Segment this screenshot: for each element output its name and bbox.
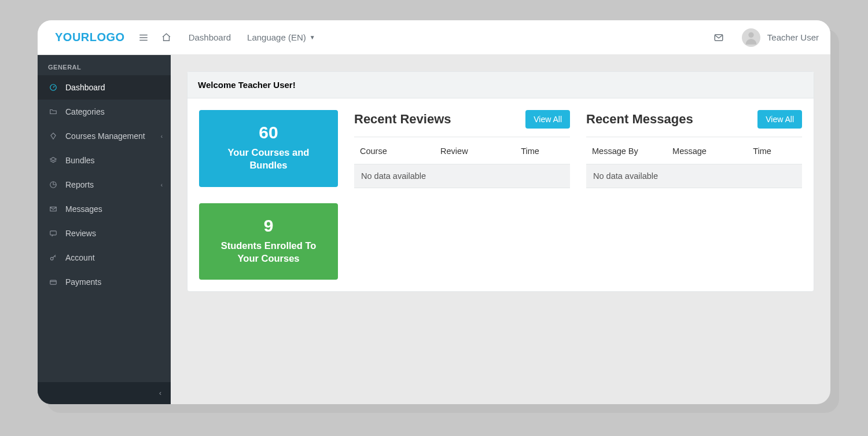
sidebar-item-label: Messages: [65, 204, 102, 214]
sidebar-item-label: Courses Management: [65, 131, 145, 141]
wallet-icon: [48, 278, 58, 286]
sidebar-heading: GENERAL: [38, 55, 171, 75]
view-all-messages-button[interactable]: View All: [757, 110, 802, 129]
sidebar-collapse[interactable]: ‹: [38, 382, 171, 404]
sidebar-item-label: Bundles: [65, 156, 95, 165]
svg-point-4: [748, 32, 753, 37]
diamond-icon: [48, 132, 58, 140]
recent-reviews-section: Recent Reviews View All Course Review Ti…: [354, 110, 570, 280]
mail-icon[interactable]: [709, 28, 728, 47]
chevron-left-icon: ‹: [159, 389, 161, 397]
svg-rect-9: [50, 231, 57, 235]
sidebar-item-label: Account: [65, 253, 95, 262]
svg-point-10: [50, 257, 53, 260]
col-time: Time: [521, 146, 564, 156]
reviews-empty: No data available: [354, 164, 570, 188]
sidebar: GENERAL Dashboard Categories Courses Man…: [38, 55, 171, 404]
menu-toggle-icon[interactable]: [134, 28, 153, 47]
folder-icon: [48, 108, 58, 116]
messages-empty: No data available: [586, 164, 802, 188]
brand-logo: YOURLOGO: [55, 31, 125, 44]
dashboard-panel: Welcome Teacher User! 60 Your Courses an…: [187, 71, 814, 292]
sidebar-item-label: Dashboard: [65, 83, 105, 92]
stat-label: Students Enrolled To Your Courses: [209, 239, 328, 265]
topbar: YOURLOGO Dashboard Language (EN) ▼ Teach…: [38, 20, 830, 55]
comment-icon: [48, 229, 58, 237]
sidebar-item-categories[interactable]: Categories: [38, 100, 171, 124]
sidebar-item-messages[interactable]: Messages: [38, 197, 171, 221]
svg-rect-11: [50, 280, 57, 284]
sidebar-item-label: Payments: [65, 277, 101, 287]
messages-table-header: Message By Message Time: [586, 137, 802, 164]
stat-value: 9: [209, 216, 328, 236]
main-content: Welcome Teacher User! 60 Your Courses an…: [171, 55, 830, 404]
caret-down-icon: ▼: [310, 34, 315, 41]
sidebar-item-label: Categories: [65, 107, 105, 116]
col-course: Course: [360, 146, 440, 156]
welcome-heading: Welcome Teacher User!: [187, 72, 814, 98]
sidebar-item-bundles[interactable]: Bundles: [38, 148, 171, 173]
chevron-left-icon: ‹: [161, 182, 163, 188]
sidebar-item-label: Reviews: [65, 229, 96, 238]
col-review: Review: [440, 146, 521, 156]
chevron-left-icon: ‹: [161, 133, 163, 140]
layers-icon: [48, 156, 58, 164]
nav-language[interactable]: Language (EN) ▼: [247, 32, 315, 42]
username-label[interactable]: Teacher User: [767, 32, 819, 42]
sidebar-item-reports[interactable]: Reports ‹: [38, 173, 171, 197]
app-window: YOURLOGO Dashboard Language (EN) ▼ Teach…: [38, 20, 830, 404]
col-message: Message: [672, 146, 753, 156]
chart-icon: [48, 181, 58, 189]
view-all-reviews-button[interactable]: View All: [525, 110, 570, 129]
envelope-icon: [48, 205, 58, 213]
stat-courses-bundles[interactable]: 60 Your Courses and Bundles: [199, 110, 338, 187]
svg-marker-6: [50, 157, 57, 161]
home-icon[interactable]: [157, 28, 176, 47]
sidebar-item-courses[interactable]: Courses Management ‹: [38, 124, 171, 148]
sidebar-item-payments[interactable]: Payments: [38, 270, 171, 294]
section-title: Recent Messages: [586, 112, 693, 127]
key-icon: [48, 254, 58, 262]
gauge-icon: [48, 83, 58, 91]
stat-label: Your Courses and Bundles: [209, 146, 328, 172]
nav-language-label: Language (EN): [247, 32, 306, 42]
section-title: Recent Reviews: [354, 112, 451, 127]
nav-dashboard[interactable]: Dashboard: [189, 32, 231, 42]
sidebar-item-label: Reports: [65, 180, 94, 189]
sidebar-item-dashboard[interactable]: Dashboard: [38, 75, 171, 100]
recent-messages-section: Recent Messages View All Message By Mess…: [586, 110, 802, 280]
stat-value: 60: [209, 123, 328, 142]
sidebar-item-account[interactable]: Account: [38, 246, 171, 270]
reviews-table-header: Course Review Time: [354, 137, 570, 164]
avatar[interactable]: [742, 28, 760, 47]
stat-students-enrolled[interactable]: 9 Students Enrolled To Your Courses: [199, 203, 338, 280]
sidebar-item-reviews[interactable]: Reviews: [38, 221, 171, 246]
col-time: Time: [753, 146, 796, 156]
col-message-by: Message By: [592, 146, 672, 156]
